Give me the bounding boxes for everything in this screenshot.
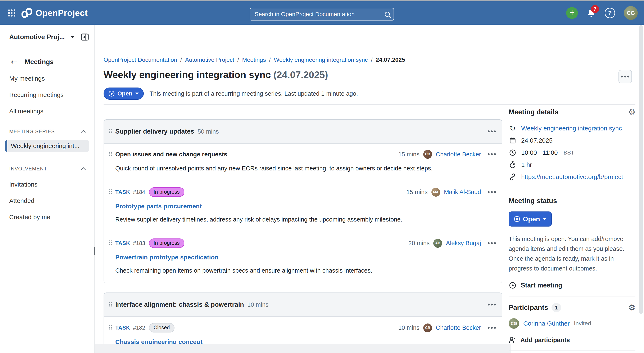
meeting-details-title: Meeting details: [509, 108, 558, 116]
section-title: Supplier delivery updates: [115, 128, 194, 135]
breadcrumb-separator: /: [371, 57, 373, 63]
add-participants-button[interactable]: Add participants: [509, 336, 636, 344]
global-search[interactable]: [250, 8, 394, 21]
drag-handle-icon[interactable]: ⠿: [107, 301, 114, 308]
sidebar-item-invitations[interactable]: Invitations: [9, 181, 89, 188]
status-label: Open: [523, 215, 540, 223]
meeting-side-panel: Meeting details ⚙ ↻ Weekly engineering i…: [509, 108, 636, 353]
sidebar-group-meeting-series[interactable]: MEETING SERIES: [9, 129, 85, 134]
drag-handle-icon[interactable]: ⠿: [107, 239, 114, 247]
panel-divider: [509, 190, 636, 190]
meeting-title-text: Weekly engineering integration sync: [104, 69, 271, 80]
agenda-section: ⠿ Supplier delivery updates 50 mins ⠿ Op…: [104, 119, 502, 283]
sidebar-item-recurring-meetings[interactable]: Recurring meetings: [9, 91, 89, 98]
help-button[interactable]: ?: [605, 8, 615, 18]
meeting-status-title: Meeting status: [509, 197, 636, 205]
sidebar-resize-handle[interactable]: [92, 247, 94, 255]
search-input[interactable]: [255, 11, 385, 18]
stopwatch-icon: [509, 161, 516, 169]
breadcrumb-separator: /: [269, 57, 271, 63]
app-name: OpenProject: [36, 8, 88, 18]
chevron-down-icon: [135, 93, 139, 95]
chevron-down-icon: [70, 36, 75, 38]
global-add-button[interactable]: +: [566, 7, 578, 19]
section-duration: 10 mins: [247, 301, 269, 308]
presenter-avatar[interactable]: AB: [433, 239, 442, 248]
work-package-link[interactable]: Powertrain prototype specification: [115, 254, 496, 261]
kebab-menu-icon[interactable]: [488, 242, 496, 244]
breadcrumb-separator: /: [238, 57, 239, 63]
chevron-down-icon: [543, 218, 546, 220]
meeting-status-row: Open This meeting is part of a recurring…: [104, 88, 358, 100]
breadcrumb-link-project[interactable]: Automotive Project: [185, 57, 234, 63]
sidebar-item-weekly-engineering-selected[interactable]: Weekly engineering int...: [5, 140, 89, 152]
status-badge: In progress: [149, 187, 184, 197]
chevron-up-icon[interactable]: [81, 167, 86, 172]
presenter-link[interactable]: Charlotte Becker: [436, 324, 481, 331]
breadcrumb-link-meetings[interactable]: Meetings: [242, 57, 266, 63]
presenter-avatar[interactable]: CB: [423, 150, 432, 159]
presenter-link[interactable]: Malik Al-Saud: [444, 189, 481, 196]
status-dropdown-button-panel[interactable]: Open: [509, 211, 552, 227]
project-selector[interactable]: Automotive Proj...: [9, 33, 89, 42]
sidebar: Automotive Proj... ← Meetings My meeting…: [0, 25, 94, 353]
work-package-id: #183: [133, 240, 145, 246]
sidebar-item-attended[interactable]: Attended: [9, 197, 89, 204]
search-icon[interactable]: [385, 12, 390, 17]
drag-handle-icon[interactable]: ⠿: [107, 324, 114, 331]
gear-icon[interactable]: ⚙: [628, 108, 636, 116]
presenter-avatar[interactable]: MA: [432, 188, 440, 197]
kebab-menu-icon: [621, 76, 629, 78]
add-participants-label: Add participants: [520, 336, 570, 343]
drag-handle-icon[interactable]: ⠿: [107, 128, 114, 135]
person-plus-icon: [509, 336, 516, 344]
kebab-menu-icon[interactable]: [488, 191, 496, 193]
sidebar-section-title: Meetings: [25, 58, 54, 66]
section-duration: 50 mins: [198, 128, 219, 135]
link-icon: [509, 173, 516, 181]
drag-handle-icon[interactable]: ⠿: [107, 151, 114, 158]
gear-icon[interactable]: ⚙: [628, 303, 636, 311]
notifications-button[interactable]: 7: [587, 8, 596, 18]
work-package-link[interactable]: Prototype parts procurement: [115, 203, 496, 210]
page-more-options-button[interactable]: [618, 70, 632, 83]
kebab-menu-icon[interactable]: [488, 327, 496, 329]
app-logo[interactable]: OpenProject: [21, 8, 88, 18]
status-dropdown-button[interactable]: Open: [104, 88, 144, 100]
sidebar-group-involvement[interactable]: INVOLVEMENT: [9, 166, 85, 172]
participant-avatar[interactable]: CG: [509, 318, 519, 329]
kebab-menu-icon[interactable]: [488, 153, 496, 155]
detail-row-series: ↻ Weekly engineering integration sync: [509, 122, 636, 134]
kebab-menu-icon[interactable]: [488, 130, 496, 133]
kebab-menu-icon[interactable]: [488, 303, 496, 306]
open-status-icon: [514, 216, 520, 222]
sidebar-item-my-meetings[interactable]: My meetings: [9, 75, 89, 82]
calendar-icon: [509, 137, 516, 144]
breadcrumb-link-docs[interactable]: OpenProject Documentation: [104, 57, 177, 63]
meeting-url-link[interactable]: https://meet.automotive.org/b/project: [521, 173, 623, 180]
breadcrumb-link-series[interactable]: Weekly engineering integration sync: [274, 57, 368, 63]
main-content: OpenProject Documentation / Automotive P…: [95, 25, 644, 353]
notification-count-badge: 7: [591, 5, 599, 13]
content-end-strip: [95, 344, 511, 353]
sidebar-back-header[interactable]: ← Meetings: [11, 58, 89, 66]
start-meeting-button[interactable]: Start meeting: [509, 281, 636, 289]
series-link[interactable]: Weekly engineering integration sync: [521, 125, 622, 132]
participant-name-link[interactable]: Corinna Günther: [523, 320, 570, 327]
sidebar-item-all-meetings[interactable]: All meetings: [9, 108, 89, 115]
back-arrow-icon[interactable]: ←: [11, 58, 18, 66]
scrollbar-thumb[interactable]: [640, 25, 643, 314]
participants-count-badge: 1: [552, 303, 561, 312]
presenter-avatar[interactable]: CB: [423, 323, 432, 332]
user-avatar[interactable]: CG: [624, 6, 638, 20]
panel-divider: [509, 350, 636, 351]
detail-row-duration: 1 hr: [509, 159, 636, 171]
collapse-sidebar-button[interactable]: [80, 33, 89, 42]
sidebar-item-created-by-me[interactable]: Created by me: [9, 214, 89, 221]
agenda-item-description: Quick round of unresolved points and any…: [115, 165, 496, 172]
presenter-link[interactable]: Aleksy Bugaj: [446, 240, 481, 247]
drag-handle-icon[interactable]: ⠿: [107, 188, 114, 196]
presenter-link[interactable]: Charlotte Becker: [436, 151, 481, 158]
app-grid-icon[interactable]: [8, 9, 16, 17]
chevron-up-icon[interactable]: [81, 130, 86, 135]
